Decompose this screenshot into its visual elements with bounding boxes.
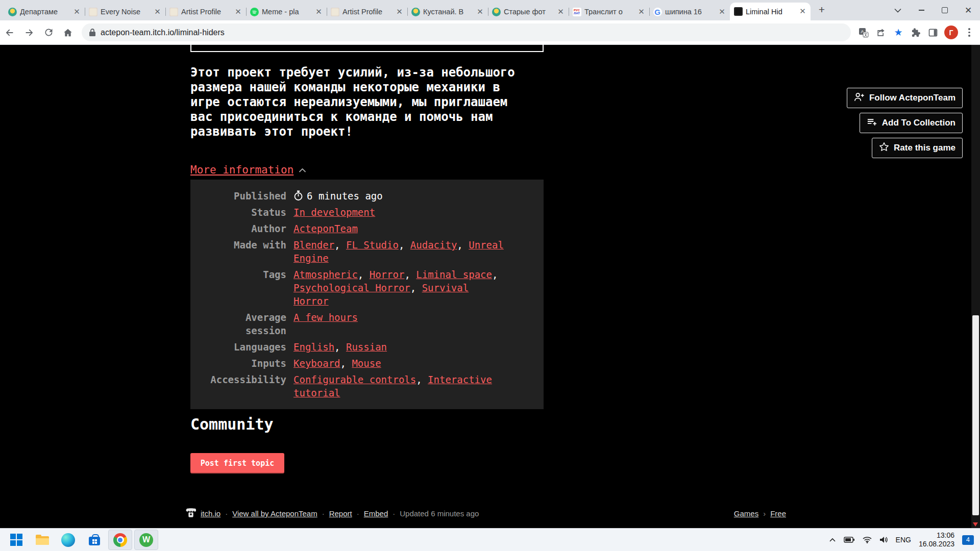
store-icon — [88, 534, 101, 546]
browser-tab-8[interactable]: РУСЛАТТранслит о✕ — [569, 3, 649, 20]
list-separator: , — [416, 374, 428, 385]
edge-button[interactable] — [56, 530, 80, 550]
tab-title: Artist Profile — [181, 8, 231, 16]
forward-button[interactable] — [19, 23, 39, 42]
tab-close-icon[interactable]: ✕ — [153, 8, 162, 16]
forward-icon — [23, 27, 35, 38]
info-row: AccessibilityConfigurable controls, Inte… — [200, 371, 544, 401]
back-button[interactable] — [0, 23, 19, 42]
minimize-button[interactable] — [910, 0, 933, 20]
store-button[interactable] — [82, 530, 106, 550]
info-link[interactable]: Horror — [370, 269, 405, 280]
tab-close-icon[interactable]: ✕ — [637, 8, 646, 16]
footer-link[interactable]: Embed — [364, 509, 388, 518]
info-link[interactable]: Audacity — [410, 239, 457, 251]
tab-close-icon[interactable]: ✕ — [556, 8, 565, 16]
post-first-topic-button[interactable]: Post first topic — [190, 453, 284, 473]
list-separator: , — [492, 269, 498, 280]
browser-tab-10[interactable]: Liminal Hid✕ — [730, 3, 811, 20]
browser-tab-9[interactable]: Gшипина 16✕ — [649, 3, 730, 20]
footer-link[interactable]: itch.io — [201, 509, 220, 518]
tab-close-icon[interactable]: ✕ — [395, 8, 404, 16]
footer-link[interactable]: Games — [734, 509, 758, 518]
scrollbar-down-arrow[interactable] — [973, 522, 978, 527]
footer-separator: · — [225, 509, 228, 518]
wifi-icon[interactable] — [863, 536, 872, 543]
browser-tab-bar: Департаме✕Every Noise✕Artist Profile✕Mem… — [0, 0, 980, 20]
tab-close-icon[interactable]: ✕ — [314, 8, 323, 16]
new-tab-button[interactable]: + — [815, 3, 829, 17]
add-to-collection-button[interactable]: Add To Collection — [860, 113, 963, 133]
clock-date: 16.08.2023 — [919, 540, 954, 548]
wps-office-button[interactable]: W — [134, 530, 158, 550]
browser-tab-6[interactable]: Кустанай. В✕ — [407, 3, 488, 20]
more-information-link[interactable]: More information — [190, 164, 293, 176]
browser-tab-5[interactable]: Artist Profile✕ — [327, 3, 407, 20]
extensions-button[interactable] — [907, 23, 924, 42]
battery-icon[interactable] — [844, 536, 855, 543]
info-link[interactable]: Keyboard — [293, 358, 340, 369]
info-link[interactable]: In development — [293, 207, 375, 218]
info-link[interactable]: Mouse — [352, 358, 381, 369]
address-bar[interactable]: actepon-team.itch.io/liminal-hiders — [82, 23, 851, 41]
bookmark-button[interactable]: ★ — [890, 23, 907, 42]
info-link[interactable]: Psychological Horror — [293, 282, 410, 293]
page-scrollbar[interactable] — [971, 45, 980, 528]
list-separator: , — [404, 269, 416, 280]
info-link[interactable]: English — [293, 341, 334, 353]
footer-link[interactable]: Report — [329, 509, 352, 518]
info-link[interactable]: Russian — [346, 341, 387, 353]
tab-close-icon[interactable]: ✕ — [234, 8, 242, 16]
browser-menu-button[interactable] — [961, 23, 978, 42]
info-link[interactable]: FL Studio — [346, 239, 399, 251]
browser-tab-4[interactable]: Meme - pla✕ — [246, 3, 327, 20]
language-indicator[interactable]: ENG — [896, 536, 911, 544]
tab-search-button[interactable] — [886, 0, 910, 20]
list-separator: , — [410, 282, 422, 293]
tab-close-icon[interactable]: ✕ — [72, 8, 81, 16]
ruslat-favicon-icon: РУСЛАТ — [572, 7, 581, 16]
hidden-icons-chevron[interactable] — [829, 537, 836, 542]
info-link[interactable]: Blender — [293, 239, 334, 251]
info-link[interactable]: Configurable controls — [293, 374, 416, 385]
browser-tab-7[interactable]: Старые фот✕ — [488, 3, 569, 20]
translate-button[interactable]: A — [855, 23, 872, 42]
tab-close-icon[interactable]: ✕ — [798, 7, 807, 16]
rate-this-game-button[interactable]: Rate this game — [872, 138, 963, 158]
start-button[interactable] — [4, 530, 28, 550]
profile-avatar[interactable]: Г — [944, 26, 958, 39]
browser-tab-1[interactable]: Департаме✕ — [4, 3, 85, 20]
share-button[interactable] — [872, 23, 890, 42]
footer-link[interactable]: View all by ActeponTeam — [232, 509, 317, 518]
chevron-down-icon — [894, 8, 901, 13]
footer-link[interactable]: Free — [770, 509, 786, 518]
info-link[interactable]: Atmospheric — [293, 269, 358, 280]
info-link[interactable]: ActeponTeam — [293, 223, 358, 234]
tab-close-icon[interactable]: ✕ — [718, 8, 726, 16]
file-explorer-button[interactable] — [30, 530, 54, 550]
footer-separator: · — [322, 509, 325, 518]
reload-button[interactable] — [39, 23, 58, 42]
volume-icon[interactable] — [879, 536, 888, 543]
close-window-button[interactable]: ✕ — [957, 0, 980, 20]
maximize-button[interactable] — [933, 0, 957, 20]
info-link[interactable]: Liminal space — [416, 269, 492, 280]
info-link[interactable]: A few hours — [293, 312, 358, 323]
follow-acteponteam-button[interactable]: Follow ActeponTeam — [847, 88, 963, 108]
emblem-favicon-icon — [8, 7, 17, 16]
info-label: Accessibility — [200, 373, 286, 399]
itchio-logo-icon — [186, 508, 196, 519]
side-panel-button[interactable] — [924, 23, 942, 42]
info-label: Inputs — [200, 357, 286, 370]
tab-close-icon[interactable]: ✕ — [476, 8, 484, 16]
notification-badge[interactable]: 4 — [962, 535, 974, 545]
scrollbar-thumb[interactable] — [972, 315, 979, 515]
chrome-button[interactable] — [108, 530, 132, 550]
desktop-screen: Департаме✕Every Noise✕Artist Profile✕Mem… — [0, 0, 980, 551]
browser-tab-2[interactable]: Every Noise✕ — [85, 3, 165, 20]
home-button[interactable] — [58, 23, 78, 42]
maximize-icon — [942, 7, 948, 13]
browser-tab-3[interactable]: Artist Profile✕ — [165, 3, 246, 20]
footer-right-links: Games›Free — [734, 509, 786, 518]
taskbar-clock[interactable]: 13:06 16.08.2023 — [919, 531, 954, 548]
